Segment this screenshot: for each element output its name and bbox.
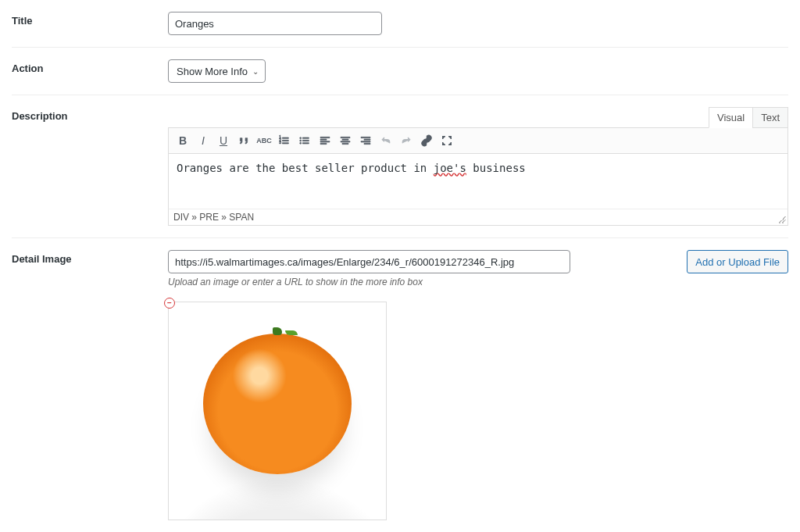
editor-tabs: Visual Text [168,107,788,128]
tab-text[interactable]: Text [752,107,788,128]
image-thumbnail: − [168,302,387,520]
title-label: Title [12,12,168,27]
list-ol-icon[interactable]: 123 [275,131,294,150]
row-title: Title [12,0,788,48]
underline-icon[interactable]: U [214,131,233,150]
editor-text-spellerror: joe's [434,162,466,174]
add-upload-button[interactable]: Add or Upload File [687,250,788,273]
detail-image-label: Detail Image [12,250,168,265]
row-detail-image: Detail Image Add or Upload File Upload a… [12,238,788,532]
undo-icon[interactable] [377,131,395,150]
bold-icon[interactable]: B [173,131,192,150]
row-action: Action Show More Info ⌄ [12,48,788,95]
svg-point-4 [300,140,302,141]
action-label: Action [12,59,168,74]
svg-point-5 [300,142,302,144]
detail-image-url-input[interactable] [168,250,570,273]
editor-body[interactable]: Oranges are the best seller product in j… [169,154,788,209]
tab-visual[interactable]: Visual [709,107,753,128]
description-label: Description [12,107,168,122]
detail-image-helper: Upload an image or enter a URL to show i… [168,277,788,287]
list-ul-icon[interactable] [295,131,314,150]
description-editor: B I U ABC 123 Oranges are the best selle… [168,127,788,226]
svg-text:3: 3 [279,141,281,145]
row-description: Description Visual Text B I U ABC 123 [12,95,788,238]
editor-text-suffix: business [466,162,526,174]
action-select[interactable]: Show More Info ⌄ [168,59,266,83]
orange-image [169,302,386,520]
title-input[interactable] [168,12,382,35]
italic-icon[interactable]: I [194,131,212,150]
action-select-value: Show More Info [177,66,248,77]
svg-point-3 [300,137,302,139]
chevron-down-icon: ⌄ [252,67,259,76]
blockquote-icon[interactable] [234,131,253,150]
align-left-icon[interactable] [316,131,334,150]
align-center-icon[interactable] [336,131,355,150]
editor-text-prefix: Oranges are the best seller product in [177,162,434,174]
editor-toolbar: B I U ABC 123 [169,128,788,154]
strikethrough-icon[interactable]: ABC [255,131,273,150]
align-right-icon[interactable] [356,131,375,150]
redo-icon[interactable] [397,131,416,150]
fullscreen-icon[interactable] [438,131,456,150]
link-icon[interactable] [417,131,436,150]
editor-status-path: DIV » PRE » SPAN [169,209,788,225]
